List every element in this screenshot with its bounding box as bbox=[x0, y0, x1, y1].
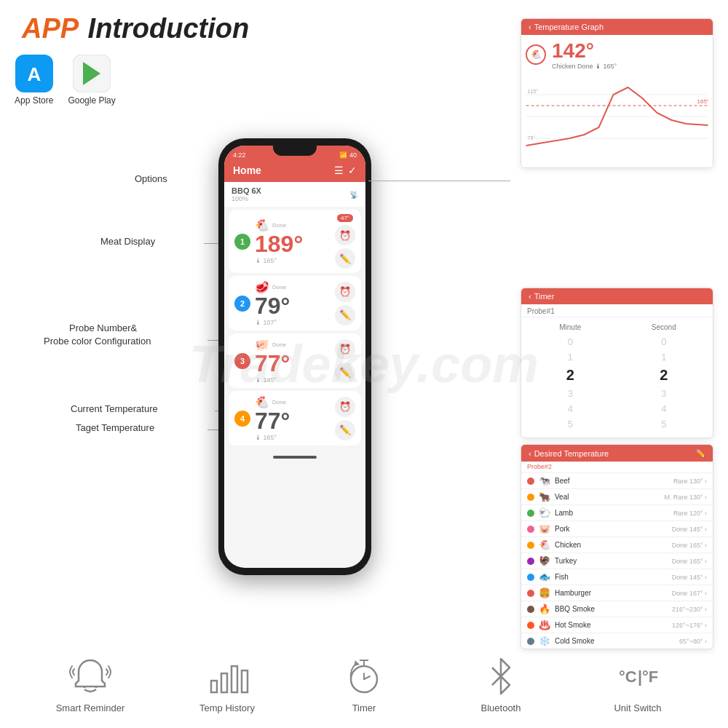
back-icon-timer: ‹ bbox=[529, 292, 531, 301]
veal-name: Veal bbox=[555, 493, 660, 501]
temp-history-item: Temp History bbox=[191, 654, 264, 713]
timer-subtitle: Probe#1 bbox=[521, 304, 713, 317]
clock-icon bbox=[342, 654, 386, 698]
cold-smoke-temp: 65°~80° › bbox=[679, 638, 707, 645]
bbq-smoke-name: BBQ Smoke bbox=[555, 605, 668, 613]
probe-btn-edit-2[interactable]: ✏️ bbox=[335, 305, 355, 325]
phone-notch bbox=[273, 146, 317, 156]
probe-btn-timer-1[interactable]: ⏰ bbox=[335, 225, 355, 245]
temp-value-display: 142° Chicken Done 🌡 165° bbox=[552, 39, 617, 70]
probe-btn-timer-2[interactable]: ⏰ bbox=[335, 282, 355, 302]
probe-btn-edit-3[interactable]: ✏️ bbox=[335, 363, 355, 383]
probe-btn-timer-3[interactable]: ⏰ bbox=[335, 339, 355, 360]
unit-switch-item: °C | °F Unit Switch bbox=[601, 654, 674, 713]
hot-smoke-temp: 126°~176° › bbox=[672, 622, 707, 629]
meat-row-lamb: 🐑 Lamb Rare 120° › bbox=[521, 505, 713, 521]
temp-graph-screenshot: ‹ Temperature Graph 🐔 142° Chicken Done … bbox=[521, 18, 713, 168]
chicken-temp: Done 165° › bbox=[672, 542, 707, 549]
timer-second-0: 0 bbox=[621, 334, 708, 349]
probe-card-3: 3 🐖 Done 77° 🌡 145° ⏰ ✏️ bbox=[229, 333, 361, 388]
device-name: BBQ 6X bbox=[232, 186, 261, 195]
timer-second-2: 2 bbox=[621, 365, 708, 386]
line-to-temp-history bbox=[368, 181, 510, 181]
svg-text:A: A bbox=[27, 63, 41, 85]
store-badges: A App Store Google Play bbox=[15, 55, 116, 106]
pork-icon: 🐷 bbox=[539, 523, 550, 534]
veal-icon: 🐂 bbox=[539, 491, 550, 502]
svg-text:°C: °C bbox=[619, 668, 637, 686]
svg-rect-14 bbox=[221, 673, 227, 692]
timer-minute-5: 5 bbox=[527, 416, 614, 432]
probe-right-3: ⏰ ✏️ bbox=[335, 339, 355, 383]
meat-row-fish: 🐟 Fish Done 145° › bbox=[521, 569, 713, 585]
celsius-fahrenheit-icon: °C | °F bbox=[616, 654, 660, 698]
bluetooth-icon bbox=[479, 654, 523, 698]
timer-minute-1: 1 bbox=[527, 349, 614, 365]
turkey-dot bbox=[527, 558, 534, 565]
meat-row-hot-smoke: ♨️ Hot Smoke 126°~176° › bbox=[521, 617, 713, 633]
probe-target-1: 🌡 165° bbox=[255, 257, 331, 264]
back-icon-meat: ‹ bbox=[529, 449, 531, 458]
app-store-badge[interactable]: A App Store bbox=[15, 55, 53, 106]
meat-temp-subtitle: Probe#2 bbox=[521, 462, 713, 473]
probe-alert-1: 47° bbox=[337, 214, 353, 222]
probe-status-2: Done bbox=[272, 284, 286, 290]
phone-header: Home ☰ ✓ bbox=[224, 162, 365, 182]
cold-smoke-icon: ❄️ bbox=[539, 636, 550, 646]
temp-big-value: 142° bbox=[552, 39, 617, 63]
hot-smoke-icon: ♨️ bbox=[539, 620, 550, 630]
probe-number-4: 4 bbox=[234, 411, 250, 427]
phone-header-icons: ☰ ✓ bbox=[334, 165, 357, 176]
probe-number-2: 2 bbox=[234, 296, 250, 312]
svg-rect-13 bbox=[211, 681, 217, 692]
chicken-dot bbox=[527, 542, 534, 549]
pork-dot bbox=[527, 526, 534, 533]
fish-icon: 🐟 bbox=[539, 571, 550, 582]
back-icon-temp: ‹ bbox=[529, 23, 531, 31]
timer-second-col: Second 0 1 2 3 4 5 bbox=[621, 323, 708, 432]
timer-content: Minute 0 1 2 3 4 5 Second 0 1 2 3 4 5 bbox=[521, 317, 713, 438]
probe-card-4: 4 🐔 Done 77° 🌡 165° ⏰ ✏️ bbox=[229, 391, 361, 446]
cold-smoke-dot bbox=[527, 638, 534, 645]
smart-reminder-label: Smart Reminder bbox=[56, 703, 125, 713]
bell-icon bbox=[68, 654, 112, 698]
probe-btn-edit-4[interactable]: ✏️ bbox=[335, 420, 355, 440]
probe-number-1: 1 bbox=[234, 234, 250, 250]
probe-btn-edit-1[interactable]: ✏️ bbox=[335, 248, 355, 269]
timer-minute-2: 2 bbox=[527, 365, 614, 386]
page-title-section: APP Introduction bbox=[22, 13, 249, 44]
timer-minute-3: 3 bbox=[527, 386, 614, 401]
probe-number-3: 3 bbox=[234, 353, 250, 369]
timer-second-header: Second bbox=[621, 323, 708, 331]
check-icon: ✓ bbox=[348, 165, 357, 176]
meat-temp-section: ‹ Desired Temperature ✏️ Probe#2 🐄 Beef … bbox=[521, 444, 713, 460]
svg-text:115°: 115° bbox=[528, 89, 539, 94]
probe-btn-timer-4[interactable]: ⏰ bbox=[335, 397, 355, 417]
temp-history-label: Temp History bbox=[199, 703, 255, 713]
app-store-icon: A bbox=[15, 55, 53, 92]
menu-icon: ☰ bbox=[334, 165, 344, 176]
unit-switch-icon: °C | °F bbox=[616, 654, 660, 698]
lamb-temp: Rare 120° › bbox=[673, 510, 707, 517]
phone-header-title: Home bbox=[233, 165, 261, 176]
lamb-name: Lamb bbox=[555, 509, 669, 517]
phone-outer: 4:22 📶 40 Home ☰ ✓ BBQ 6X 100% 📡 bbox=[218, 138, 371, 575]
title-app: APP bbox=[22, 13, 79, 44]
annotation-probe-color: Probe color Configuration bbox=[44, 336, 151, 347]
timer-second-3: 3 bbox=[621, 386, 708, 401]
annotation-target-temp: Taget Temperature bbox=[76, 422, 154, 433]
annotation-options: Options bbox=[135, 173, 167, 184]
google-play-badge[interactable]: Google Play bbox=[68, 55, 115, 106]
status-time: 4:22 bbox=[233, 151, 246, 159]
meat-row-bbq-smoke: 🔥 BBQ Smoke 216°~230° › bbox=[521, 601, 713, 617]
probe-target-4: 🌡 165° bbox=[255, 434, 331, 441]
hamburger-name: Hamburger bbox=[555, 589, 668, 597]
turkey-temp: Done 165° › bbox=[672, 558, 707, 565]
unit-switch-label: Unit Switch bbox=[614, 703, 661, 713]
probe-info-4: 🐔 Done 77° 🌡 165° bbox=[255, 395, 331, 441]
phone-mockup: 4:22 📶 40 Home ☰ ✓ BBQ 6X 100% 📡 bbox=[218, 138, 371, 575]
probe-status-4: Done bbox=[272, 399, 286, 405]
timer-second-4: 4 bbox=[621, 401, 708, 416]
smart-reminder-icon bbox=[68, 654, 112, 698]
bluetooth-symbol-icon bbox=[479, 654, 523, 698]
